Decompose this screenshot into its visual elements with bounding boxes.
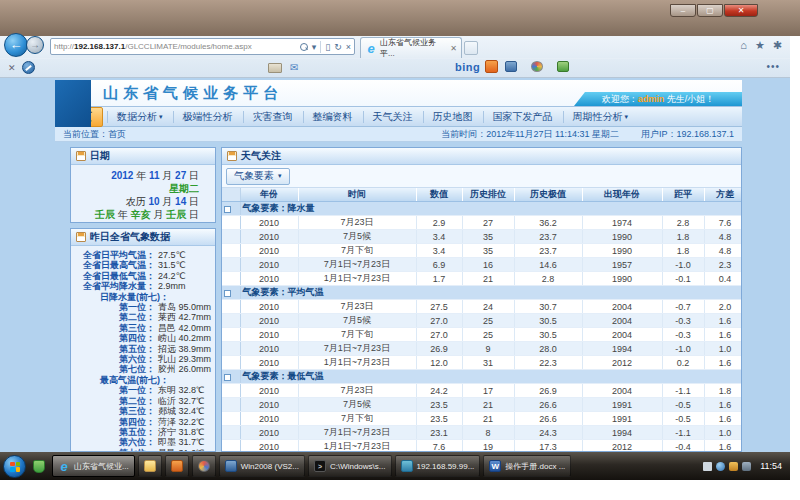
weather-table: 年份时间数值历史排位历史极值出现年份距平方差 气象要素：降水量20107月23日… — [222, 188, 742, 452]
nav-item[interactable]: 历史地图 — [423, 108, 483, 126]
expand-checkbox[interactable] — [224, 290, 231, 297]
stat-row: 全省平均降水量：2.9mm — [73, 281, 213, 291]
taskbar-button-label: 操作手册.docx ... — [505, 461, 565, 472]
column-header[interactable]: 方差 — [704, 188, 742, 202]
table-body: 气象要素：降水量20107月23日2.92736.219742.87.62010… — [222, 202, 742, 453]
table-row: 20107月下旬27.02530.52004-0.31.6 — [222, 328, 742, 342]
stat-row: 第四位：菏泽 32.2℃ — [73, 417, 213, 427]
browser-chrome: ← → http://192.168.137.1/GLCCLIMATE/modu… — [0, 36, 790, 78]
card-icon[interactable] — [268, 63, 282, 73]
column-header[interactable]: 距平 — [662, 188, 704, 202]
favorites-star-icon[interactable]: ★ — [755, 39, 765, 52]
maximize-button[interactable]: ▢ — [697, 4, 723, 17]
tab-close-icon[interactable]: ✕ — [450, 44, 457, 53]
search-icon[interactable] — [300, 43, 308, 51]
close-button[interactable]: ✕ — [724, 4, 758, 17]
tray-language-icon[interactable] — [703, 462, 712, 471]
nav-item[interactable]: 灾害查询 — [243, 108, 303, 126]
column-header[interactable]: 时间 — [298, 188, 416, 202]
table-row: 20107月下旬3.43523.719901.84.8 — [222, 244, 742, 258]
taskbar-button-label: Win2008 (VS2... — [241, 462, 299, 471]
column-header[interactable]: 数值 — [416, 188, 462, 202]
column-header[interactable]: 历史排位 — [462, 188, 514, 202]
minimize-button[interactable]: – — [670, 4, 696, 17]
calendar-line: 壬辰 年 辛亥 月 壬辰 日 — [75, 208, 199, 221]
quick-launch-icon[interactable] — [29, 456, 49, 476]
nav-item[interactable]: 国家下发产品 — [483, 108, 563, 126]
word-icon: W — [489, 460, 501, 472]
toolbar-row: 气象要素 ▾ — [222, 165, 741, 188]
toolbar-close-icon[interactable]: ✕ — [8, 63, 16, 73]
nav-item[interactable]: 周期性分析▾ — [563, 108, 639, 126]
tray-update-icon[interactable] — [729, 462, 738, 471]
stats-panel: 昨日全省气象数据 全省日平均气温：27.5℃全省日最高气温：31.5℃全省日最低… — [70, 228, 216, 452]
stat-group-heading: 最高气温(前七)： — [73, 375, 213, 385]
back-button[interactable]: ← — [4, 33, 28, 57]
taskbar-button[interactable]: >C:\Windows\s... — [308, 455, 392, 477]
compatibility-icon[interactable]: ▯ — [325, 42, 330, 52]
tray-volume-icon[interactable] — [742, 462, 751, 471]
taskbar-button[interactable] — [138, 455, 162, 477]
system-tray: 11:54 — [703, 461, 787, 471]
taskbar-button[interactable] — [165, 455, 189, 477]
stat-row: 第六位：即墨 31.7℃ — [73, 437, 213, 447]
home-icon[interactable]: ⌂ — [740, 39, 747, 52]
chevron-down-icon[interactable]: ▾ — [312, 42, 317, 52]
divider — [320, 41, 321, 53]
nav-item[interactable]: 天气关注 — [363, 108, 423, 126]
mail-icon[interactable]: ✉ — [290, 62, 298, 73]
site-header: 山东省气候业务平台 欢迎您：admin 先生/小姐！ — [55, 80, 742, 106]
taskbar-button[interactable]: e山东省气候业... — [52, 455, 135, 477]
user-ip: 用户IP：192.168.137.1 — [641, 128, 734, 141]
expand-checkbox[interactable] — [224, 374, 231, 381]
element-dropdown-button[interactable]: 气象要素 ▾ — [226, 168, 290, 185]
username: admin — [638, 94, 665, 104]
browser-tab[interactable]: e 山东省气候业务平... ✕ — [360, 37, 462, 58]
column-header[interactable]: 出现年份 — [582, 188, 662, 202]
expand-checkbox[interactable] — [224, 206, 231, 213]
bing-logo[interactable]: bing — [455, 61, 480, 73]
window-controls: – ▢ ✕ — [670, 4, 758, 17]
taskbar-button[interactable]: Win2008 (VS2... — [219, 455, 305, 477]
table-row: 20107月23日24.21726.92004-1.11.8 — [222, 384, 742, 398]
bing-app-icon[interactable] — [485, 60, 498, 73]
nav-item[interactable]: 数据分析▾ — [107, 108, 173, 126]
breadcrumb: 当前位置：首页 — [63, 128, 126, 141]
taskbar-clock[interactable]: 11:54 — [755, 461, 787, 471]
toolbar-addon-icon[interactable] — [557, 61, 569, 72]
taskbar-button[interactable]: W操作手册.docx ... — [483, 455, 571, 477]
toolbar-overflow-icon[interactable]: ••• — [766, 61, 780, 72]
table-row: 20107月1日~7月23日6.91614.61957-1.02.3 — [222, 258, 742, 272]
taskbar-button[interactable]: 192.168.59.99... — [395, 455, 481, 477]
toolbar-color-icon[interactable] — [531, 61, 543, 72]
tray-network-icon[interactable] — [716, 462, 725, 471]
refresh-icon[interactable]: ↻ — [334, 42, 342, 52]
settings-gear-icon[interactable]: ✱ — [773, 39, 782, 52]
taskbar-button-label: 山东省气候业... — [74, 461, 129, 472]
stat-row: 第六位：乳山 29.3mm — [73, 354, 213, 364]
blocker-icon[interactable] — [22, 61, 35, 74]
group-row[interactable]: 气象要素：最低气温 — [222, 370, 742, 384]
group-row[interactable]: 气象要素：降水量 — [222, 202, 742, 216]
stat-group-heading: 日降水量(前七)： — [73, 292, 213, 302]
taskbar-button[interactable] — [192, 455, 216, 477]
stat-row: 第五位：济宁 31.8℃ — [73, 427, 213, 437]
table-row: 20107月5候23.52126.61991-0.51.6 — [222, 398, 742, 412]
nav-item[interactable]: 整编资料 — [303, 108, 363, 126]
stop-icon[interactable]: × — [346, 42, 351, 52]
forward-button[interactable]: → — [26, 36, 44, 54]
toolbar-camera-icon[interactable] — [505, 61, 517, 72]
address-bar[interactable]: http://192.168.137.1/GLCCLIMATE/modules/… — [50, 38, 355, 55]
column-header[interactable]: 历史极值 — [514, 188, 582, 202]
start-button[interactable] — [3, 455, 26, 478]
nav-item[interactable]: 极端性分析 — [173, 108, 243, 126]
stat-row: 全省日最高气温：31.5℃ — [73, 260, 213, 270]
column-header[interactable]: 年份 — [240, 188, 298, 202]
stat-row: 全省日平均气温：27.5℃ — [73, 250, 213, 260]
stats-panel-title: 昨日全省气象数据 — [90, 230, 170, 244]
calendar-panel: 日期 2012 年 11 月 27 日星期二农历 10 月 14 日壬辰 年 辛… — [70, 147, 216, 223]
taskbar-button-label: C:\Windows\s... — [330, 462, 386, 471]
ie-icon: e — [58, 460, 70, 472]
new-tab-button[interactable] — [464, 41, 478, 55]
group-row[interactable]: 气象要素：平均气温 — [222, 286, 742, 300]
